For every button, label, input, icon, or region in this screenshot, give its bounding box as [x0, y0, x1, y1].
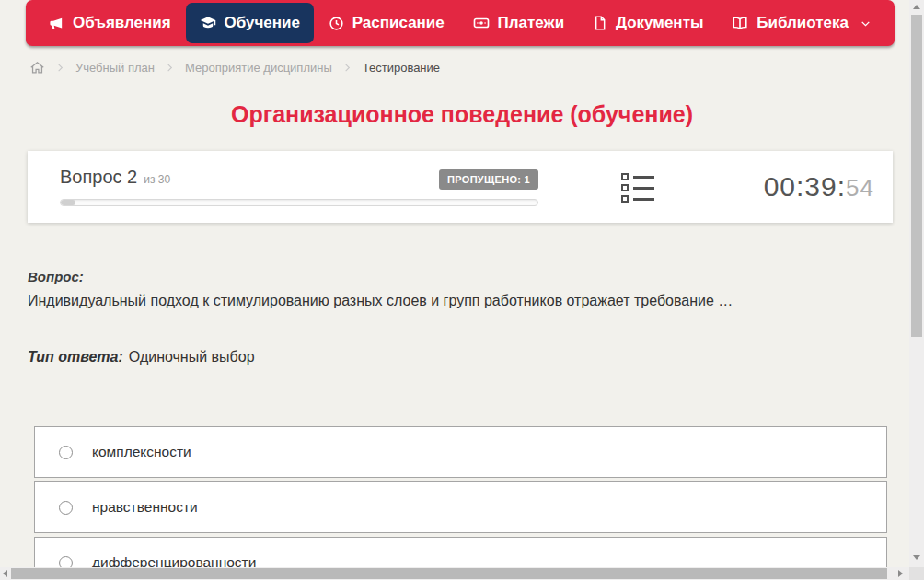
nav-item-library[interactable]: Библиотека: [718, 3, 885, 43]
answer-type-row: Тип ответа:Одиночный выбор: [28, 349, 893, 365]
progress-bar: [60, 199, 538, 206]
nav-item-payments[interactable]: Платежи: [459, 3, 579, 43]
list-square: [621, 195, 629, 203]
question-text: Индивидуальный подход к стимулированию р…: [28, 293, 893, 309]
list-bar: [633, 176, 654, 179]
nav-item-label: Расписание: [352, 14, 445, 32]
chevron-down-icon: [860, 17, 872, 29]
question-progress-block: Вопрос 2 из 30 ПРОПУЩЕНО: 1: [60, 167, 538, 206]
nav-item-label: Документы: [616, 14, 704, 32]
option-label: комплексности: [92, 444, 191, 460]
nav-item-label: Объявления: [73, 14, 171, 32]
scroll-down-arrow[interactable]: [913, 555, 920, 560]
answer-type-value: Одиночный выбор: [129, 349, 255, 365]
nav-item-schedule[interactable]: Расписание: [315, 3, 458, 43]
clock-icon: [329, 16, 344, 31]
progress-bar-fill: [61, 200, 75, 205]
scrollbar-corner: [909, 567, 924, 580]
megaphone-icon: [49, 16, 64, 31]
breadcrumb: Учебный план Мероприятие дисциплины Тест…: [29, 58, 924, 76]
chevron-right-icon: [55, 63, 65, 73]
top-nav: Объявления Обучение Расписание Платежи Д…: [26, 0, 895, 46]
question-number: Вопрос 2: [60, 167, 137, 188]
scroll-left-arrow[interactable]: [3, 570, 7, 577]
vertical-scrollbar-thumb[interactable]: [911, 15, 922, 337]
nav-item-label: Библиотека: [757, 14, 849, 32]
option-label: нравственности: [92, 499, 198, 516]
list-square: [621, 184, 629, 191]
chevron-right-icon: [342, 63, 352, 73]
breadcrumb-item-discipline-event[interactable]: Мероприятие дисциплины: [185, 61, 332, 75]
scroll-up-arrow[interactable]: [913, 5, 920, 9]
question-list-icon[interactable]: [621, 173, 654, 206]
document-icon: [593, 16, 607, 30]
list-bar: [633, 198, 654, 201]
banknote-icon: [473, 15, 490, 31]
radio-button[interactable]: [59, 446, 73, 459]
horizontal-scrollbar-thumb[interactable]: [11, 568, 887, 579]
breadcrumb-item-study-plan[interactable]: Учебный план: [75, 61, 155, 75]
question-section: Вопрос: Индивидуальный подход к стимулир…: [28, 269, 893, 365]
question-header-card: Вопрос 2 из 30 ПРОПУЩЕНО: 1 00:39:54: [28, 151, 893, 223]
horizontal-scrollbar[interactable]: [0, 567, 909, 580]
question-total: из 30: [144, 173, 170, 186]
timer-seconds: 54: [846, 174, 874, 202]
nav-item-label: Платежи: [498, 14, 565, 32]
answer-type-label: Тип ответа:: [28, 349, 123, 365]
radio-button[interactable]: [59, 501, 73, 515]
breadcrumb-item-testing: Тестирование: [363, 61, 440, 75]
open-book-icon: [732, 15, 748, 31]
timer-hhmm: 00:39:: [764, 171, 846, 202]
nav-item-documents[interactable]: Документы: [579, 3, 718, 43]
list-bar: [633, 187, 654, 190]
list-square: [621, 173, 629, 180]
answer-option-2[interactable]: нравственности: [34, 481, 887, 533]
countdown-timer: 00:39:54: [764, 171, 874, 203]
graduation-cap-icon: [200, 15, 216, 31]
answer-options: комплексности нравственности дифференцир…: [34, 426, 887, 580]
skipped-badge: ПРОПУЩЕНО: 1: [439, 169, 538, 190]
vertical-scrollbar[interactable]: [909, 0, 924, 567]
home-icon[interactable]: [29, 60, 45, 75]
page-title: Организационное поведение (обучение): [0, 100, 924, 128]
answer-option-1[interactable]: комплексности: [34, 426, 887, 478]
nav-item-announcements[interactable]: Объявления: [35, 3, 185, 43]
question-label: Вопрос:: [28, 269, 893, 284]
scroll-right-arrow[interactable]: [898, 570, 903, 577]
chevron-right-icon: [165, 63, 175, 73]
nav-item-learning[interactable]: Обучение: [186, 3, 314, 43]
nav-item-label: Обучение: [225, 14, 300, 32]
